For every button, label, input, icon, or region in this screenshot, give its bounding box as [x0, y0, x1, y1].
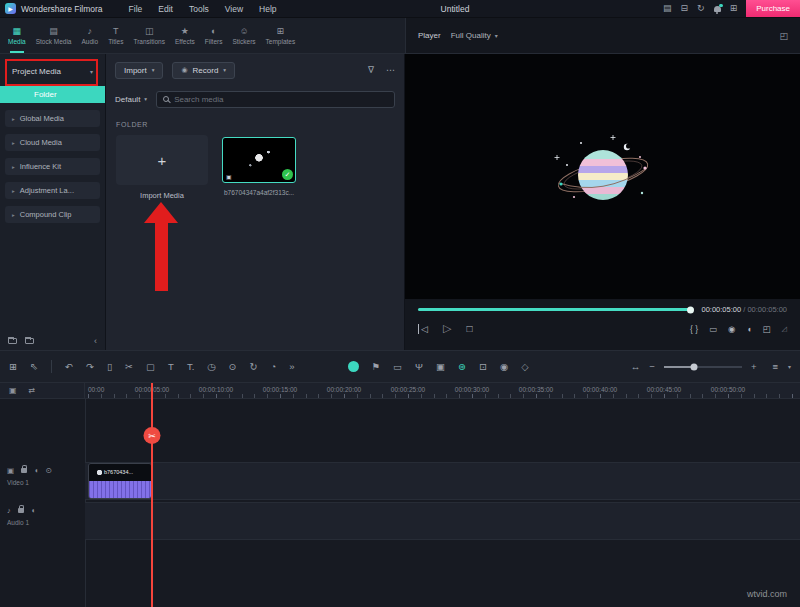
speed-tool-icon[interactable]: ◷ — [207, 362, 215, 372]
ruler-row: ▣ ⇄ 00:00 00:00:05:00 00:00:10:00 00:00:… — [0, 383, 800, 399]
crop-icon[interactable]: ▢ — [146, 362, 155, 372]
previous-frame-button[interactable]: ◁ — [418, 324, 428, 334]
marker-icon[interactable]: ⚑ — [372, 362, 381, 372]
tab-templates[interactable]: ⊞ Templates — [261, 18, 301, 53]
chevron-down-icon: ▾ — [223, 67, 226, 73]
capture-icon[interactable]: ⊟ — [681, 4, 689, 13]
keyframe-icon[interactable]: ◇ — [521, 362, 528, 372]
video-track-lane[interactable] — [85, 462, 800, 500]
audio-track-lane[interactable] — [85, 502, 800, 540]
filter-icon[interactable]: ∇ — [368, 65, 374, 75]
purchase-button[interactable]: Purchase — [746, 0, 800, 17]
sidebar-item-adjustment-layer[interactable]: ▸ Adjustment La... — [5, 182, 100, 199]
snapshot-icon[interactable]: ◉ — [728, 324, 735, 334]
search-box[interactable] — [156, 91, 395, 108]
mute-track-icon[interactable]: ◖ — [31, 506, 36, 515]
tab-stock-media[interactable]: ▤ Stock Media — [31, 18, 77, 53]
expand-player-icon[interactable]: ◰ — [779, 31, 788, 41]
tab-effects[interactable]: ★ Effects — [170, 18, 200, 53]
tab-audio[interactable]: ♪ Audio — [77, 18, 104, 53]
snapshot-frame-icon[interactable]: ◉ — [500, 362, 508, 372]
sidebar-item-influence-kit[interactable]: ▸ Influence Kit — [5, 158, 100, 175]
import-button[interactable]: Import ▾ — [115, 62, 163, 79]
rotate-tool-icon[interactable]: ↻ — [250, 362, 258, 372]
sidebar-item-global-media[interactable]: ▸ Global Media — [5, 110, 100, 127]
volume-icon[interactable]: ◖ — [746, 324, 751, 334]
sync-icon[interactable]: ↻ — [697, 4, 705, 13]
tab-media[interactable]: ▦ Media — [3, 18, 31, 53]
zoom-slider-handle[interactable] — [690, 363, 697, 370]
mirror-display-icon[interactable]: ▭ — [709, 324, 717, 334]
screen-record-icon[interactable]: ▣ — [436, 362, 445, 372]
lock-track-icon[interactable] — [21, 468, 27, 473]
preview-stage[interactable] — [405, 54, 800, 299]
menu-help[interactable]: Help — [259, 4, 276, 14]
collapse-sidebar-icon[interactable]: ‹ — [94, 336, 97, 346]
more-tools-icon[interactable]: » — [289, 362, 294, 372]
layout-icon[interactable]: ▤ — [663, 4, 672, 13]
menu-tools[interactable]: Tools — [189, 4, 209, 14]
redo-icon[interactable]: ↷ — [86, 362, 94, 372]
seek-handle[interactable] — [687, 306, 694, 313]
title-tool-icon[interactable]: T — [168, 362, 174, 372]
timeline-clip[interactable]: b7670434... — [88, 463, 152, 499]
mute-track-icon[interactable]: ◖ — [34, 466, 39, 475]
playhead[interactable] — [151, 383, 153, 607]
duration-tool-icon[interactable]: ◔ — [271, 362, 277, 372]
menu-view[interactable]: View — [225, 4, 243, 14]
zoom-in-icon[interactable]: + — [751, 361, 757, 372]
resize-corner-icon[interactable]: ◿ — [782, 325, 787, 333]
delete-folder-icon[interactable] — [25, 338, 34, 344]
play-button[interactable]: ▷ — [443, 322, 451, 335]
more-options-icon[interactable]: ⋯ — [386, 65, 395, 75]
pip-icon[interactable]: ⊡ — [479, 362, 487, 372]
hide-track-icon[interactable]: ⊙ — [46, 466, 52, 475]
sidebar-item-cloud-media[interactable]: ▸ Cloud Media — [5, 134, 100, 151]
tab-stickers[interactable]: ☺ Stickers — [227, 18, 260, 53]
split-icon[interactable]: ✂ — [125, 362, 133, 372]
undo-icon[interactable]: ↶ — [65, 362, 73, 372]
tab-filters[interactable]: ◐ Filters — [200, 18, 228, 53]
track-manager-icon[interactable]: ≡ — [772, 361, 778, 372]
timeline-toolbar: ⊞ ⇖ ↶ ↷ ▯ ✂ ▢ T T. ◷ ⊙ ↻ ◔ » ⚑ ▭ Ψ ▣ ⊛ ⊡… — [0, 350, 800, 383]
split-scissors-badge[interactable]: ✂ — [144, 427, 161, 444]
media-thumbnail[interactable]: ▣ ✓ — [222, 137, 296, 183]
search-input[interactable] — [174, 95, 388, 104]
subtitle-tool-icon[interactable]: T. — [187, 362, 194, 372]
render-preview-button[interactable] — [348, 361, 359, 372]
voiceover-mic-icon[interactable]: Ψ — [415, 362, 423, 372]
new-folder-icon[interactable] — [8, 338, 17, 344]
tab-titles[interactable]: T Titles — [103, 18, 128, 53]
ruler-label: 00:00:45:00 — [647, 386, 681, 393]
tab-transitions[interactable]: ◫ Transitions — [128, 18, 170, 53]
import-media-card[interactable]: + — [116, 135, 208, 185]
fullscreen-icon[interactable]: ◰ — [763, 324, 771, 334]
zoom-slider[interactable] — [664, 366, 742, 368]
sort-dropdown[interactable]: Default ▾ — [115, 95, 147, 104]
apps-grid-icon[interactable]: ⊞ — [730, 4, 738, 13]
record-button[interactable]: ◉ Record ▾ — [172, 62, 235, 79]
select-tool-icon[interactable]: ⇖ — [30, 362, 38, 372]
lock-track-icon[interactable] — [18, 508, 24, 513]
link-clips-icon[interactable]: ⇄ — [29, 386, 36, 395]
sidebar-item-compound-clip[interactable]: ▸ Compound Clip — [5, 206, 100, 223]
chroma-key-icon[interactable]: ⊛ — [458, 362, 466, 372]
zoom-fit-icon[interactable]: ↔ — [631, 361, 641, 372]
quality-dropdown[interactable]: Full Quality ▾ — [451, 31, 498, 40]
menu-edit[interactable]: Edit — [158, 4, 173, 14]
timeline-media-icon[interactable]: ▣ — [9, 386, 17, 395]
chroma-tool-icon[interactable]: ⊙ — [229, 362, 237, 372]
zoom-out-icon[interactable]: − — [649, 361, 655, 372]
menu-file[interactable]: File — [129, 4, 143, 14]
comment-icon[interactable]: ▭ — [393, 362, 402, 372]
seek-bar[interactable] — [418, 308, 691, 311]
sidebar-item-project-media[interactable]: Project Media ▾ — [0, 56, 105, 86]
bell-icon[interactable] — [714, 6, 721, 12]
delete-icon[interactable]: ▯ — [107, 362, 112, 372]
timeline-collapse-icon[interactable]: ▾ — [788, 363, 791, 370]
time-ruler[interactable]: 00:00 00:00:05:00 00:00:10:00 00:00:15:0… — [85, 383, 800, 398]
stop-button[interactable]: □ — [466, 323, 472, 334]
mark-in-out-icon[interactable]: { } — [690, 324, 698, 334]
tracks-grid-icon[interactable]: ⊞ — [9, 362, 17, 372]
sidebar-item-folder[interactable]: Folder — [0, 86, 105, 103]
